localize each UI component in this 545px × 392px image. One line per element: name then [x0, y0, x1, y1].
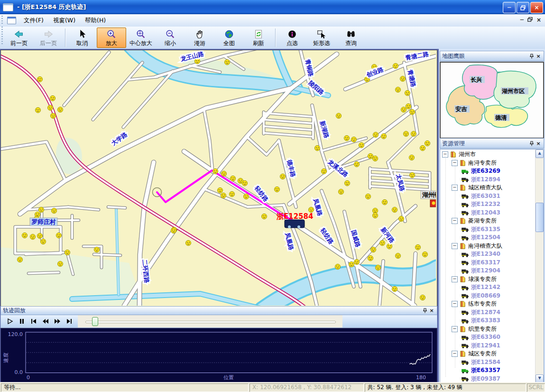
- slider-groove[interactable]: [85, 321, 336, 323]
- tree-group-item[interactable]: −埭溪专卖所: [440, 275, 535, 284]
- skip-start-button[interactable]: [29, 317, 38, 325]
- smiley-marker[interactable]: [261, 214, 267, 219]
- minimize-button[interactable]: ─: [503, 2, 516, 13]
- smiley-marker[interactable]: [381, 133, 386, 139]
- smiley-marker[interactable]: [40, 239, 46, 244]
- menu-item-1[interactable]: 视窗(W): [48, 15, 80, 26]
- smiley-marker[interactable]: [398, 216, 404, 221]
- smiley-marker[interactable]: [392, 286, 397, 291]
- menu-item-0[interactable]: 文件(F): [19, 15, 48, 26]
- pin-icon[interactable]: [422, 308, 428, 314]
- smiley-marker[interactable]: [420, 295, 425, 300]
- toolbar-button-info-point[interactable]: 点选: [277, 28, 307, 48]
- smiley-marker[interactable]: [37, 76, 42, 82]
- smiley-marker[interactable]: [372, 213, 378, 218]
- smiley-marker[interactable]: [351, 137, 356, 142]
- tree-vehicle-item[interactable]: 浙E12043: [440, 209, 535, 217]
- smiley-marker[interactable]: [415, 244, 420, 250]
- tree-vehicle-item[interactable]: 浙E63269: [440, 167, 535, 176]
- smiley-marker[interactable]: [94, 247, 99, 252]
- map-canvas[interactable]: 龙王山路青铜路陵阳路创业路青塘二路青塘路新湖路大学路德丰路龙溪北路轻纺路凤凰路太…: [1, 50, 436, 306]
- smiley-marker[interactable]: [22, 233, 27, 238]
- tree-group-item[interactable]: −城区专卖所: [440, 350, 535, 358]
- smiley-marker[interactable]: [65, 250, 70, 255]
- map-view[interactable]: 龙王山路青铜路陵阳路创业路青塘二路青塘路新湖路大学路德丰路龙溪北路轻纺路凤凰路太…: [0, 50, 437, 307]
- smiley-marker[interactable]: [368, 255, 373, 261]
- smiley-marker[interactable]: [420, 145, 425, 150]
- tree-vehicle-item[interactable]: 浙E12504: [440, 233, 535, 242]
- tree-group-item[interactable]: −织里专卖所: [440, 325, 535, 334]
- mdi-restore-button[interactable]: [527, 17, 533, 23]
- smiley-marker[interactable]: [57, 107, 63, 112]
- tree-vehicle-item[interactable]: 浙E12232: [440, 200, 535, 209]
- tree-vehicle-item[interactable]: 浙E08669: [440, 292, 535, 300]
- smiley-marker[interactable]: [409, 172, 415, 177]
- smiley-marker[interactable]: [38, 207, 44, 212]
- skip-end-button[interactable]: [65, 317, 74, 325]
- smiley-marker[interactable]: [194, 58, 200, 64]
- smiley-marker[interactable]: [365, 194, 370, 199]
- smiley-marker[interactable]: [409, 155, 414, 160]
- toolbar-button-refresh[interactable]: 刷新: [244, 28, 273, 48]
- tree-vehicle-item[interactable]: 浙E12904: [440, 267, 535, 275]
- smiley-marker[interactable]: [50, 113, 55, 118]
- smiley-marker[interactable]: [387, 243, 392, 249]
- smiley-marker[interactable]: [230, 176, 235, 181]
- smiley-marker[interactable]: [375, 265, 380, 270]
- smiley-marker[interactable]: [403, 131, 408, 136]
- eagle-eye-map[interactable]: 长兴 湖州市区 安吉 德清: [440, 62, 544, 139]
- mdi-close-button[interactable]: ×: [536, 17, 541, 23]
- smiley-marker[interactable]: [344, 135, 349, 140]
- smiley-marker[interactable]: [349, 261, 354, 267]
- close-icon[interactable]: ×: [428, 308, 435, 314]
- smiley-marker[interactable]: [395, 253, 400, 258]
- tree-vehicle-item[interactable]: 浙E12894: [440, 176, 535, 184]
- tree-vehicle-item[interactable]: 浙E63360: [440, 333, 535, 342]
- tree-expand-icon[interactable]: −: [452, 218, 458, 224]
- smiley-marker[interactable]: [35, 107, 40, 112]
- smiley-marker[interactable]: [171, 228, 176, 233]
- tree-expand-icon[interactable]: −: [452, 185, 458, 191]
- smiley-marker[interactable]: [406, 103, 411, 109]
- rewind-button[interactable]: [41, 317, 50, 325]
- smiley-marker[interactable]: [56, 233, 61, 238]
- smiley-marker[interactable]: [50, 95, 55, 101]
- smiley-marker[interactable]: [243, 194, 249, 199]
- toolbar-button-globe[interactable]: 全图: [214, 28, 244, 48]
- smiley-marker[interactable]: [221, 193, 226, 198]
- smiley-marker[interactable]: [409, 109, 415, 114]
- smiley-marker[interactable]: [47, 105, 53, 110]
- toolbar-button-zoom-out[interactable]: 缩小: [156, 28, 185, 48]
- tree-vehicle-item[interactable]: 浙E63357: [440, 366, 535, 375]
- tree-group-item[interactable]: −南浔专卖所: [440, 159, 535, 168]
- toolbar-button-arrow-left[interactable]: 前一页: [4, 28, 34, 48]
- smiley-marker[interactable]: [336, 113, 341, 118]
- fast-forward-button[interactable]: [53, 317, 62, 325]
- smiley-marker[interactable]: [354, 161, 359, 167]
- smiley-marker[interactable]: [344, 180, 350, 186]
- tree-expand-icon[interactable]: −: [442, 151, 448, 158]
- smiley-marker[interactable]: [217, 187, 222, 193]
- smiley-marker[interactable]: [212, 168, 218, 174]
- menu-item-2[interactable]: 帮助(H): [80, 15, 111, 26]
- vehicle-tree[interactable]: −湖州市−南浔专卖所浙E63269浙E12894−城区稽查大队浙E63031浙E…: [440, 150, 535, 383]
- tree-expand-icon[interactable]: −: [452, 243, 458, 249]
- tree-vehicle-item[interactable]: 浙E63031: [440, 192, 535, 201]
- toolbar-button-rect-select[interactable]: 矩形选: [307, 28, 336, 48]
- smiley-marker[interactable]: [17, 257, 22, 262]
- smiley-marker[interactable]: [314, 145, 320, 150]
- smiley-marker[interactable]: [224, 59, 230, 65]
- tree-vehicle-item[interactable]: 浙E12142: [440, 283, 535, 292]
- tree-expand-icon[interactable]: −: [452, 276, 458, 282]
- tree-scrollbar[interactable]: ▲ ▼: [535, 149, 544, 383]
- smiley-marker[interactable]: [372, 208, 378, 213]
- smiley-marker[interactable]: [405, 90, 410, 95]
- smiley-marker[interactable]: [57, 261, 63, 266]
- tree-group-item[interactable]: −菱湖专卖所: [440, 217, 535, 225]
- smiley-marker[interactable]: [242, 180, 247, 186]
- smiley-marker[interactable]: [373, 132, 378, 137]
- tree-vehicle-item[interactable]: 浙E63317: [440, 259, 535, 267]
- scroll-thumb[interactable]: [536, 203, 544, 232]
- smiley-marker[interactable]: [51, 208, 56, 213]
- smiley-marker[interactable]: [422, 252, 427, 257]
